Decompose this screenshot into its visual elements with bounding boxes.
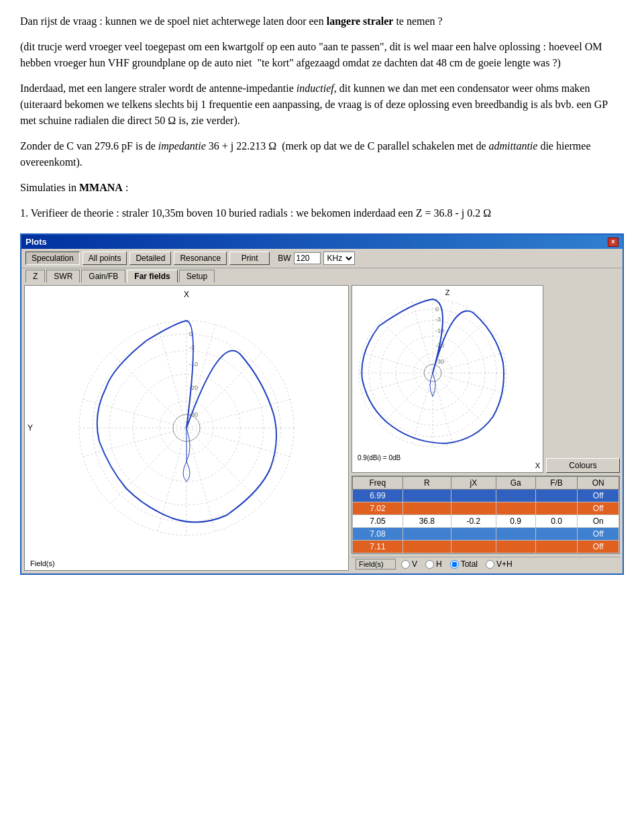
bw-label: BW (278, 254, 290, 263)
cell-r: 36.8 (402, 515, 451, 528)
cell-r (402, 541, 451, 553)
paragraph-3: Inderdaad, met een langere straler wordt… (20, 80, 624, 129)
cell-jx (451, 490, 496, 502)
col-freq: Freq (353, 477, 403, 490)
table-row[interactable]: 7.08 Off (353, 528, 619, 541)
article-body: Dan rijst de vraag : kunnen we de spoel … (20, 13, 624, 221)
mmana-window: Plots × Speculation All points Detailed … (20, 233, 624, 575)
cell-on: On (578, 515, 619, 528)
cell-jx (451, 528, 496, 541)
bw-input[interactable] (294, 252, 321, 264)
right-plot-x-label: X (535, 461, 540, 470)
toolbar-row-1: Speculation All points Detailed Resonanc… (21, 249, 623, 268)
cell-freq: 6.99 (353, 490, 403, 502)
right-plot-z-label-top: Z (445, 288, 450, 296)
cell-ga (496, 541, 535, 553)
cell-ga (496, 502, 535, 515)
right-plot-area: Z X (352, 285, 543, 473)
left-plot-area: X Y Field(s) (24, 285, 349, 571)
cell-on: Off (578, 502, 619, 515)
cell-jx: -0.2 (451, 515, 496, 528)
tab-z[interactable]: Z (25, 270, 45, 282)
detailed-button[interactable]: Detailed (129, 252, 171, 265)
cell-ga (496, 490, 535, 502)
cell-on: Off (578, 490, 619, 502)
paragraph-6: 1. Verifieer de theorie : straler 10,35m… (20, 205, 624, 221)
right-polar-svg: 0 -3 -10 -20 -30 (352, 286, 513, 460)
cell-freq: 7.08 (353, 528, 403, 541)
cell-fb (535, 541, 578, 553)
print-button[interactable]: Print (229, 252, 270, 265)
status-bar: Field(s) V H Total V+H (352, 557, 620, 571)
radio-total-input[interactable] (450, 560, 459, 569)
paragraph-4: Zonder de C van 279.6 pF is de impedanti… (20, 138, 624, 170)
col-on: ON (578, 477, 619, 490)
resonance-button[interactable]: Resonance (174, 252, 227, 265)
radio-vplush-input[interactable] (486, 560, 494, 569)
cell-on: Off (578, 541, 619, 553)
paragraph-2: (dit trucje werd vroeger veel toegepast … (20, 39, 624, 71)
cell-freq: 7.11 (353, 541, 403, 553)
col-ga: Ga (496, 477, 535, 490)
left-plot-field-label: Field(s) (30, 559, 55, 567)
window-title: Plots (25, 237, 47, 247)
cell-on: Off (578, 528, 619, 541)
tab-farfields[interactable]: Far fields (127, 270, 177, 282)
right-ring-label-3: -3 (435, 316, 441, 323)
table-row[interactable]: 7.05 36.8 -0.2 0.9 0.0 On (353, 515, 619, 528)
paragraph-5: Simulaties in MMANA : (20, 180, 624, 196)
col-fb: F/B (535, 477, 578, 490)
dbinfo-label: 0.9(dBi) = 0dB (358, 454, 400, 461)
left-polar-svg: 0 -3 -10 -20 -30 (72, 314, 301, 542)
col-r: R (402, 477, 451, 490)
table-row[interactable]: 7.02 Off (353, 502, 619, 515)
radio-h[interactable]: H (425, 559, 442, 569)
tab-row: Z SWR Gain/FB Far fields Setup (21, 268, 623, 282)
plot-info-panel: Colours (546, 285, 620, 473)
radio-total[interactable]: Total (450, 559, 478, 569)
window-close-button[interactable]: × (608, 237, 619, 247)
tab-setup[interactable]: Setup (179, 270, 215, 282)
allpoints-button[interactable]: All points (83, 252, 127, 265)
cell-freq: 7.05 (353, 515, 403, 528)
col-jx: jX (451, 477, 496, 490)
right-ring-label-0: 0 (435, 306, 439, 313)
speculation-button[interactable]: Speculation (25, 252, 80, 265)
cell-fb (535, 502, 578, 515)
cell-r (402, 490, 451, 502)
right-panel: Z X (352, 285, 620, 571)
cell-fb: 0.0 (535, 515, 578, 528)
cell-jx (451, 541, 496, 553)
left-plot-x-label-top: X (184, 290, 189, 299)
data-table: Freq R jX Ga F/B ON 6.99 (352, 476, 619, 553)
bw-unit-select[interactable]: KHz (323, 252, 355, 265)
ring-label-10: -10 (189, 361, 198, 368)
data-table-container: Freq R jX Ga F/B ON 6.99 (352, 476, 620, 554)
cell-ga: 0.9 (496, 515, 535, 528)
field-status-label: Field(s) (356, 559, 396, 569)
radio-v[interactable]: V (401, 559, 417, 569)
cell-fb (535, 490, 578, 502)
paragraph-1: Dan rijst de vraag : kunnen we de spoel … (20, 13, 624, 30)
cell-ga (496, 528, 535, 541)
radio-vplush[interactable]: V+H (486, 559, 513, 569)
tab-swr[interactable]: SWR (46, 270, 80, 282)
window-titlebar: Plots × (21, 235, 623, 249)
cell-freq: 7.02 (353, 502, 403, 515)
radio-v-input[interactable] (401, 560, 410, 569)
right-top: Z X (352, 285, 620, 473)
cell-fb (535, 528, 578, 541)
table-row[interactable]: 6.99 Off (353, 490, 619, 502)
cell-r (402, 502, 451, 515)
cell-r (402, 528, 451, 541)
main-content: X Y Field(s) (21, 282, 623, 574)
colours-button[interactable]: Colours (546, 458, 620, 473)
cell-jx (451, 502, 496, 515)
table-row[interactable]: 7.11 Off (353, 541, 619, 553)
tab-gainfb[interactable]: Gain/FB (81, 270, 125, 282)
radio-group: V H Total V+H (401, 559, 513, 569)
left-plot-y-label: Y (28, 423, 33, 433)
radio-h-input[interactable] (425, 560, 434, 569)
